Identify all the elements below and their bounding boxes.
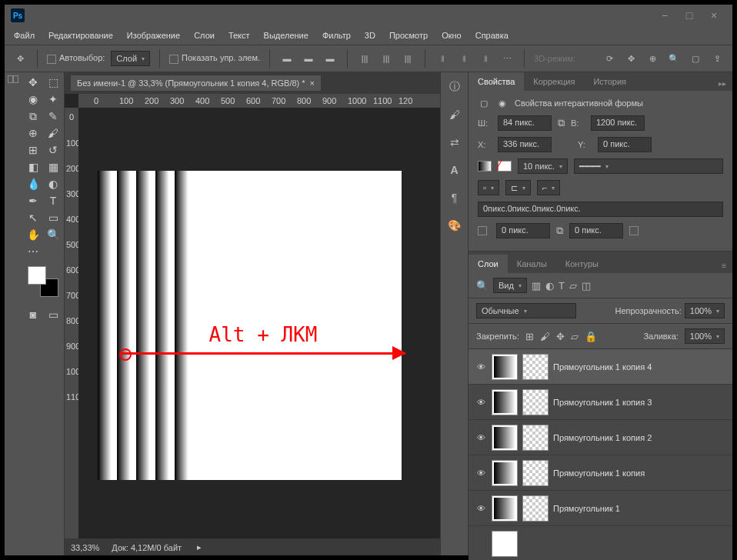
corner-tl-checkbox[interactable] (478, 226, 487, 235)
show-controls-checkbox[interactable]: Показать упр. элем. (169, 53, 260, 63)
color-swatches[interactable] (28, 266, 58, 297)
tab-channels[interactable]: Каналы (508, 255, 556, 273)
lock-move-icon[interactable]: ✥ (556, 331, 565, 342)
autoselect-dropdown[interactable]: Слой (111, 51, 150, 66)
gradient-tool[interactable]: ▦ (43, 158, 63, 175)
swatches-panel-icon[interactable]: 🎨 (446, 217, 463, 234)
fill-input[interactable]: 100% (685, 328, 725, 344)
stroke-corner-dropdown[interactable]: ⌐ (537, 180, 560, 195)
shape-tool[interactable]: ▭ (43, 209, 63, 226)
foreground-swatch[interactable] (28, 266, 46, 285)
filter-type-icon[interactable]: T (559, 280, 565, 292)
menu-image[interactable]: Изображение (121, 28, 186, 43)
visibility-icon[interactable]: 👁 (475, 468, 487, 478)
corner-tr-checkbox[interactable] (629, 226, 639, 235)
lock-position-icon[interactable]: 🖌 (540, 331, 550, 342)
filter-image-icon[interactable]: ▥ (532, 280, 541, 292)
filter-search-icon[interactable]: 🔍 (476, 280, 489, 292)
filter-kind-dropdown[interactable]: Вид (493, 278, 527, 293)
history-brush-tool[interactable]: ↺ (43, 142, 63, 158)
menu-type[interactable]: Текст (222, 28, 256, 43)
blend-mode-dropdown[interactable]: Обычные (476, 303, 576, 318)
layers-menu-icon[interactable]: ≡ (715, 258, 732, 273)
zoom-tool[interactable]: 🔍 (43, 226, 63, 243)
padding-input[interactable]: 0пикс.0пикс.0пикс.0пикс. (478, 202, 723, 217)
autoselect-checkbox[interactable]: Автовыбор: (47, 53, 105, 63)
menu-view[interactable]: Просмотр (383, 28, 434, 43)
brushes-panel-icon[interactable]: 🖌 (446, 106, 463, 123)
tab-paths[interactable]: Контуры (556, 255, 608, 273)
distribute-h-icon[interactable]: ⫴ (435, 51, 450, 66)
healing-tool[interactable]: ⊕ (23, 125, 43, 142)
panel-collapse-icon[interactable]: ▸▸ (712, 76, 732, 91)
frame-icon[interactable]: ▢ (688, 51, 703, 66)
align-right-icon[interactable]: ||| (400, 51, 415, 66)
canvas-area[interactable]: Alt + ЛКМ (78, 108, 440, 538)
layer-item[interactable] (469, 526, 732, 560)
menu-file[interactable]: Файл (8, 28, 41, 43)
3d-orbit-icon[interactable]: ⟳ (602, 51, 617, 66)
opacity-input[interactable]: 100% (685, 303, 725, 318)
hand-tool[interactable]: ✋ (23, 226, 43, 243)
close-tab-icon[interactable]: × (310, 78, 315, 88)
align-left-icon[interactable]: ||| (357, 51, 372, 66)
x-input[interactable]: 336 пикс. (498, 137, 552, 152)
align-hcenter-icon[interactable]: ||| (379, 51, 394, 66)
width-input[interactable]: 84 пикс. (498, 115, 552, 131)
share-icon[interactable]: ⇪ (709, 51, 725, 66)
stroke-cap-dropdown[interactable]: ⊏ (505, 180, 531, 195)
lasso-tool[interactable]: ◉ (23, 91, 43, 108)
lock-pixels-icon[interactable]: ⊞ (525, 331, 534, 342)
visibility-icon[interactable]: 👁 (475, 362, 487, 372)
filter-adjustment-icon[interactable]: ◐ (545, 280, 554, 292)
3d-pan-icon[interactable]: ✥ (623, 51, 639, 66)
dodge-tool[interactable]: ◐ (43, 175, 63, 192)
layer-item[interactable]: 👁 Прямоугольник 1 копия 4 (469, 349, 732, 385)
corner-tr-input[interactable]: 0 пикс. (569, 223, 623, 238)
align-top-icon[interactable]: ▬ (279, 51, 295, 66)
visibility-icon[interactable]: 👁 (475, 398, 487, 407)
blur-tool[interactable]: 💧 (23, 175, 43, 192)
link-corners-icon[interactable]: ⧉ (556, 225, 563, 237)
document-canvas[interactable]: Alt + ЛКМ (98, 171, 402, 480)
search-icon[interactable]: 🔍 (666, 51, 682, 66)
link-wh-icon[interactable]: ⧉ (558, 117, 565, 129)
zoom-level[interactable]: 33,33% (71, 543, 99, 552)
tab-properties[interactable]: Свойства (469, 72, 524, 91)
layer-item[interactable]: 👁 Прямоугольник 1 копия 3 (469, 385, 732, 420)
tab-layers[interactable]: Слои (469, 255, 508, 273)
more-options-icon[interactable]: ⋯ (499, 51, 515, 66)
align-vcenter-icon[interactable]: ▬ (301, 51, 316, 66)
lock-all-icon[interactable]: 🔒 (585, 331, 597, 342)
type-tool[interactable]: T (43, 192, 63, 209)
visibility-icon[interactable]: 👁 (475, 504, 487, 513)
eyedropper-tool[interactable]: ✎ (43, 108, 63, 125)
character-panel-icon[interactable]: A (446, 162, 463, 178)
path-tool[interactable]: ↖ (23, 209, 43, 226)
paragraph-panel-icon[interactable]: ¶ (446, 189, 463, 206)
align-bottom-icon[interactable]: ▬ (322, 51, 338, 66)
crop-tool[interactable]: ⧉ (23, 108, 43, 125)
tab-correction[interactable]: Коррекция (524, 72, 584, 91)
pen-tool[interactable]: ✒ (23, 192, 43, 209)
dock-toggle[interactable] (8, 75, 18, 83)
marquee-tool[interactable]: ⬚ (43, 74, 63, 91)
menu-3d[interactable]: 3D (358, 28, 382, 43)
filter-shape-icon[interactable]: ▱ (569, 280, 577, 292)
menu-window[interactable]: Окно (435, 28, 468, 43)
distribute-icon[interactable]: ⫴ (478, 51, 493, 66)
height-input[interactable]: 1200 пикс. (591, 115, 645, 131)
stamp-tool[interactable]: ⊞ (23, 142, 43, 158)
brush-tool[interactable]: 🖌 (43, 125, 63, 142)
stroke-style-dropdown[interactable]: ━━━━ (574, 158, 723, 174)
menu-filter[interactable]: Фильтр (316, 28, 357, 43)
stroke-width-input[interactable]: 10 пикс. (518, 158, 568, 174)
layer-item[interactable]: 👁 Прямоугольник 1 копия (469, 455, 732, 491)
close-button[interactable]: × (702, 8, 726, 23)
wand-tool[interactable]: ✦ (43, 91, 63, 108)
minimize-button[interactable]: − (652, 8, 677, 23)
menu-layer[interactable]: Слои (188, 28, 221, 43)
stroke-swatch[interactable]: ⁄ (498, 161, 512, 172)
move-tool[interactable]: ✥ (23, 74, 43, 91)
maximize-button[interactable]: □ (677, 8, 702, 23)
